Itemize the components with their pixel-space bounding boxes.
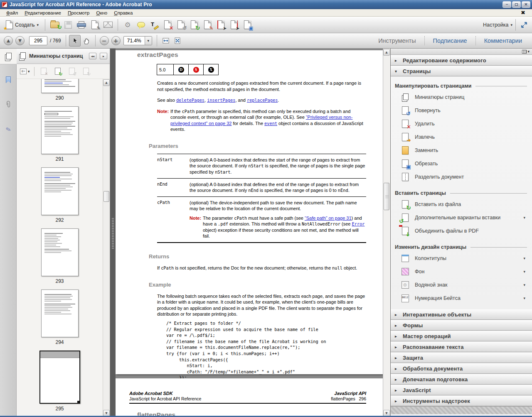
close-button[interactable]: ✕ [522,1,530,8]
panel-options-button[interactable]: ▾ [522,49,530,54]
tool-split-document[interactable]: Разделить документ [391,170,532,184]
expand-toolbar-button[interactable] [519,20,530,30]
fit-width-button[interactable] [160,35,172,47]
sign-document-button[interactable]: ✎ [88,18,101,32]
delete-pages-button[interactable]: ✕ [161,18,174,32]
hand-tool-button[interactable] [81,35,92,47]
split-view-left-button[interactable]: ➤ [214,18,227,32]
tool-watermark[interactable]: ⚙ Водяной знак ▾ [391,278,532,292]
example-heading: Example [149,281,366,288]
section-javascript[interactable]: ▸ JavaScript [391,385,532,395]
customize-toolbar-button[interactable]: Настройка [483,22,509,28]
section-interactive-objects[interactable]: ▸ Интерактивные объекты [391,309,532,320]
tab-tools[interactable]: Инструменты [371,37,423,44]
insert-pages-button[interactable]: ↻ [187,18,201,32]
open-file-button[interactable]: ↻ [48,18,62,32]
see-also-paragraph: See also deletePages, insertPages, and r… [157,97,366,103]
page-total-label: / 769 [50,38,61,44]
scroll-up-arrow[interactable]: ▲ [383,49,390,56]
tool-bates-numbering[interactable]: 0012 Нумерация Бейтса ▾ [391,292,532,305]
scrollbar-thumb[interactable] [103,191,109,202]
split-view-right-button[interactable]: ➤ [227,18,241,32]
edit-page-button[interactable]: ✎ [201,18,214,32]
next-page-button[interactable]: ▼ [14,35,26,47]
comment-button[interactable] [134,18,148,32]
thumbnail-290[interactable]: 290 [17,80,103,101]
rotate-pages-button[interactable]: ↺ [174,18,187,32]
save-button[interactable] [62,18,75,32]
thumbnail-291[interactable]: 291 [17,106,103,162]
section-action-wizard[interactable]: ▸ Мастер операций [391,331,532,341]
signatures-pane-button[interactable]: ✎ [0,122,17,137]
menu-item-file[interactable]: Файл [3,10,21,16]
chevron-down-icon: ▾ [523,270,525,274]
menu-item-edit[interactable]: Редактирование [22,10,64,16]
section-protection[interactable]: ▸ Защита [391,352,532,363]
delete-page-button[interactable]: ✕ [39,66,49,76]
page-thumbnails-pane-button[interactable] [0,49,17,64]
thumbnail-options-button[interactable]: 8= ▾ [20,69,30,74]
tool-page-thumbnails[interactable]: Миниатюры страниц [391,91,532,104]
tool-background[interactable]: Фон ▾ [391,265,532,278]
collapse-panel-button[interactable]: ◂◂ [89,53,96,59]
crop-pages-button[interactable]: ▣ [241,18,254,32]
document-view[interactable]: extractPages 5.0 D S X Creates a new doc… [116,49,383,417]
bookmark-icon [6,76,11,83]
section-addon-tools[interactable]: ▸ Инструменты надстроек [391,395,532,406]
zoom-out-button[interactable]: − [99,35,110,47]
section-text-recognition[interactable]: ▸ Распознавание текста [391,341,532,352]
print-button[interactable] [75,18,88,32]
bookmarks-pane-button[interactable] [0,72,17,88]
rotate-ccw-icon: ↺ [69,68,75,75]
insert-page-button[interactable]: ↻ [53,66,63,76]
scroll-up-arrow[interactable]: ▲ [103,79,110,86]
section-pages[interactable]: ▾ Страницы [391,66,532,76]
tool-insert-more-options[interactable]: ↺ Дополнительные варианты вставки ▾ [391,211,532,224]
create-pdf-button[interactable]: ★ Создать ▾ [2,19,42,30]
preferences-button[interactable]: ⚙ [121,18,134,32]
menu-item-help[interactable]: Справка [111,10,135,16]
menu-item-window[interactable]: Окно [93,10,110,16]
tool-combine-files[interactable]: ➜ Объединить файлы в PDF [391,224,532,238]
previous-page-button[interactable]: ▲ [2,35,14,47]
highlight-text-button[interactable]: T [148,18,161,32]
section-edit-content[interactable]: ▸ Редактирование содержимого [391,55,532,66]
thumbnail-294[interactable]: 294 [17,289,103,345]
zoom-level-select[interactable]: 71.4% ▾ [123,36,152,45]
running-header: Adobe Acrobat SDK JavaScript for Acrobat… [129,391,366,401]
tool-insert-from-file[interactable]: ↻ Вставить из файла [391,198,532,211]
scrollbar-thumb[interactable] [384,183,389,210]
close-document-icon[interactable]: ✖ [521,10,529,16]
section-forms[interactable]: ▸ Формы [391,320,532,331]
zoom-in-button[interactable]: + [110,35,122,47]
rotate-cw-button[interactable]: ↻ [81,66,91,76]
document-scrollbar[interactable]: ▲ ▼ [383,49,390,417]
tool-rotate[interactable]: ↺ Повернуть [391,104,532,117]
section-document-processing[interactable]: ▸ Обработка документа [391,363,532,374]
badge-d: D [178,67,184,73]
thumbnail-292[interactable]: 292 [17,167,103,223]
restore-button[interactable] [512,1,521,8]
select-tool-button[interactable] [69,35,81,47]
page-number-input[interactable] [29,36,47,45]
menu-item-view[interactable]: Просмотр [65,10,93,16]
thumbnail-295-selected[interactable]: 295 [17,351,103,412]
thumbnails-scrollbar[interactable]: ▲ ▼ [103,79,110,417]
panel-menu-button[interactable]: ▸ [100,53,107,59]
email-button[interactable] [101,18,115,32]
tool-crop[interactable]: ▣ Обрезать [391,157,532,170]
tab-comments[interactable]: Комментарии [477,37,530,44]
highlight-text-icon: T [150,21,158,29]
panel-splitter[interactable] [110,49,116,417]
tool-header-footer[interactable]: Колонтитулы ▾ [391,252,532,265]
fit-page-button[interactable] [172,35,183,47]
tool-delete[interactable]: ✕ Удалить [391,117,532,130]
attachments-pane-button[interactable] [0,97,17,113]
thumbnail-293[interactable]: 293 [17,228,103,284]
tab-sign[interactable]: Подписание [426,37,475,44]
tool-replace[interactable]: Заменить [391,144,532,157]
tool-extract[interactable]: ➜ Извлечь [391,130,532,144]
rotate-ccw-button[interactable]: ↺ [67,66,77,76]
minimize-button[interactable]: – [502,1,511,8]
section-print-production[interactable]: ▸ Допечатная подготовка [391,374,532,385]
